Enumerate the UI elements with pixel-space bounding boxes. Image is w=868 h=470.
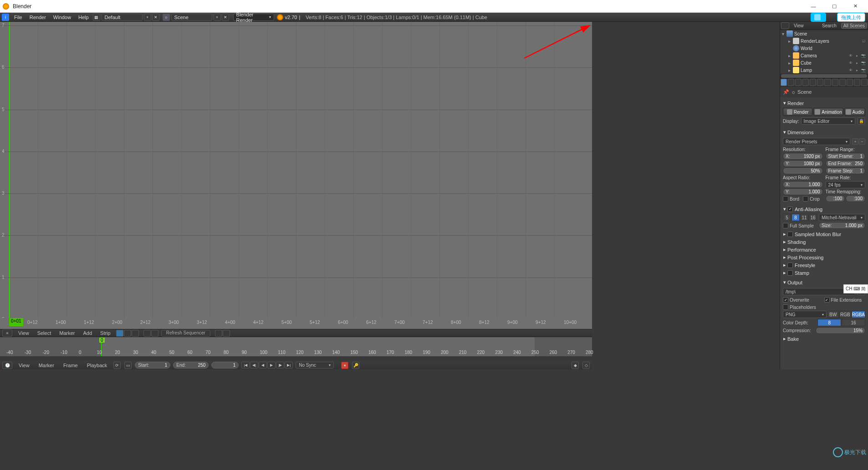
full-sample-checkbox[interactable] — [783, 223, 788, 228]
panel-render-head[interactable]: ▾Render — [782, 99, 866, 107]
start-frame-prop[interactable]: Start Frame:1 — [826, 153, 866, 160]
overwrite-checkbox[interactable]: ✓ — [783, 297, 788, 303]
close-button[interactable]: ✕ — [845, 0, 865, 13]
tl-icon-1[interactable]: ⟳ — [113, 362, 121, 369]
layout-add-button[interactable]: + — [144, 14, 151, 21]
panel-post-head[interactable]: ▸Post Processing — [782, 253, 866, 261]
pin-icon[interactable]: 📌 — [783, 89, 789, 95]
outliner-toggle-icon[interactable]: 👁 — [848, 67, 853, 73]
scene-add-button[interactable]: + — [214, 14, 221, 21]
tl-key-icon[interactable]: 🔑 — [352, 362, 359, 369]
menu-window[interactable]: Window — [50, 15, 75, 20]
current-frame-field[interactable]: 1 — [211, 362, 239, 369]
display-lock-icon[interactable]: 🔒 — [858, 117, 865, 125]
outliner-editor-icon[interactable] — [781, 22, 789, 29]
res-pct-field[interactable]: 50% — [783, 167, 823, 174]
ime-indicator[interactable]: CH ⌨ 简 — [843, 284, 868, 293]
outliner-toggle-icon[interactable]: 📷 — [861, 53, 866, 58]
outliner-row[interactable]: ▾Scene — [780, 30, 868, 37]
jump-start-button[interactable]: |◀ — [241, 362, 250, 369]
preset-remove-icon[interactable]: − — [859, 138, 865, 145]
panel-performance-head[interactable]: ▸Performance — [782, 246, 866, 253]
seq-disp-2-icon[interactable] — [151, 330, 158, 337]
display-dropdown[interactable]: Image Editor▾ — [801, 117, 855, 125]
refresh-sequencer-button[interactable]: Refresh Sequencer — [161, 330, 210, 337]
seq-menu-add[interactable]: Add — [80, 330, 95, 336]
scene-field[interactable]: Scene — [171, 14, 212, 21]
layout-remove-button[interactable]: ✕ — [152, 14, 159, 21]
res-x-field[interactable]: X:1920 px — [783, 153, 823, 160]
end-frame-prop[interactable]: End Frame:250 — [826, 160, 866, 167]
outliner-toggle-icon[interactable]: 👁 — [848, 60, 853, 66]
seq-menu-marker[interactable]: Marker — [56, 330, 77, 336]
seq-menu-select[interactable]: Select — [35, 330, 54, 336]
outliner-toggle-icon[interactable]: 👁 — [848, 53, 853, 58]
fps-dropdown[interactable]: 24 fps▾ — [826, 181, 866, 188]
drag-upload-button[interactable]: 拖拽上传 — [837, 13, 865, 22]
seq-menu-view[interactable]: View — [15, 330, 32, 336]
aa-sample-16-button[interactable]: 16 — [809, 214, 817, 221]
audio-button[interactable]: Audio — [844, 108, 865, 116]
play-button[interactable]: ▶ — [267, 362, 276, 369]
depth-8-button[interactable]: 8 — [817, 319, 841, 326]
preset-add-icon[interactable]: + — [852, 138, 858, 145]
outliner-view-tab[interactable]: View — [791, 23, 807, 28]
seq-mode-both-icon[interactable] — [132, 330, 139, 337]
seq-mode-preview-icon[interactable] — [124, 330, 131, 337]
tl-menu-frame[interactable]: Frame — [60, 363, 81, 368]
tl-menu-view[interactable]: View — [15, 363, 33, 368]
remap-new-field[interactable]: :100 — [846, 195, 865, 202]
outliner-filter-dropdown[interactable]: All Scenes — [841, 23, 867, 29]
panel-bake-head[interactable]: ▸Bake — [782, 335, 866, 343]
seq-mode-sequencer-icon[interactable] — [116, 330, 123, 337]
prop-tab-object-icon[interactable] — [810, 79, 816, 86]
outliner-toggle-icon[interactable]: 📷 — [861, 67, 866, 73]
panel-freestyle-head[interactable]: ▸Freestyle — [782, 261, 866, 269]
panel-stamp-head[interactable]: ▸Stamp — [782, 269, 866, 277]
crop-checkbox[interactable] — [803, 196, 808, 202]
outliner-row[interactable]: ▸Lamp👁▸📷 — [780, 66, 868, 74]
start-frame-field[interactable]: Start:1 — [135, 362, 170, 369]
file-format-dropdown[interactable]: PNG▾ — [783, 311, 827, 318]
menu-file[interactable]: File — [10, 15, 26, 20]
prop-tab-texture-icon[interactable] — [847, 79, 853, 86]
scene-icon[interactable]: ☼ — [163, 14, 170, 21]
tl-tail-2-icon[interactable]: ◇ — [582, 362, 590, 369]
aa-sample-5-button[interactable]: 5 — [783, 214, 791, 221]
expand-icon[interactable]: ▸ — [788, 61, 793, 66]
res-y-field[interactable]: Y:1080 px — [783, 160, 823, 167]
seq-tail-2-icon[interactable] — [223, 330, 230, 337]
editor-type-icon[interactable]: i — [2, 14, 9, 21]
prop-tab-layers-icon[interactable] — [788, 79, 794, 86]
tl-menu-playback[interactable]: Playback — [84, 363, 111, 368]
maximize-button[interactable]: ▢ — [824, 0, 844, 13]
render-presets-dropdown[interactable]: Render Presets▾ — [783, 138, 850, 145]
screen-layout-field[interactable]: Default — [102, 14, 143, 21]
seq-tail-1-icon[interactable] — [215, 330, 222, 337]
frame-step-prop[interactable]: Frame Step:1 — [826, 167, 866, 174]
outliner-toggle-icon[interactable]: 📷 — [861, 60, 866, 66]
smb-checkbox[interactable] — [787, 232, 793, 237]
stamp-checkbox[interactable] — [787, 270, 793, 276]
prop-tab-physics-icon[interactable] — [861, 79, 868, 86]
aa-sample-11-button[interactable]: 11 — [800, 214, 808, 221]
keyframe-next-button[interactable]: |▶ — [276, 362, 284, 369]
outliner-search-tab[interactable]: Search — [819, 23, 839, 28]
properties-body[interactable]: ▾Render Render Animation Audio Display: … — [780, 97, 868, 369]
seq-menu-strip[interactable]: Strip — [97, 330, 113, 336]
render-button[interactable]: Render — [783, 108, 812, 116]
tl-menu-marker[interactable]: Marker — [36, 363, 57, 368]
expand-icon[interactable]: ▸ — [788, 68, 793, 73]
aspect-x-field[interactable]: X:1.000 — [783, 181, 823, 188]
sequencer-editor-icon[interactable]: ≡ — [2, 329, 12, 337]
render-engine-dropdown[interactable]: Blender Render▾ — [233, 14, 274, 21]
scene-remove-button[interactable]: ✕ — [222, 14, 229, 21]
play-reverse-button[interactable]: ◀ — [259, 362, 267, 369]
depth-16-button[interactable]: 16 — [842, 319, 865, 326]
panel-shading-head[interactable]: ▸Shading — [782, 238, 866, 246]
border-checkbox[interactable] — [783, 196, 788, 202]
outliner-row[interactable]: World — [780, 45, 868, 52]
prop-tab-render-icon[interactable] — [781, 79, 787, 86]
cloud-icon-button[interactable] — [811, 13, 826, 22]
fileext-checkbox[interactable]: ✓ — [824, 297, 830, 303]
